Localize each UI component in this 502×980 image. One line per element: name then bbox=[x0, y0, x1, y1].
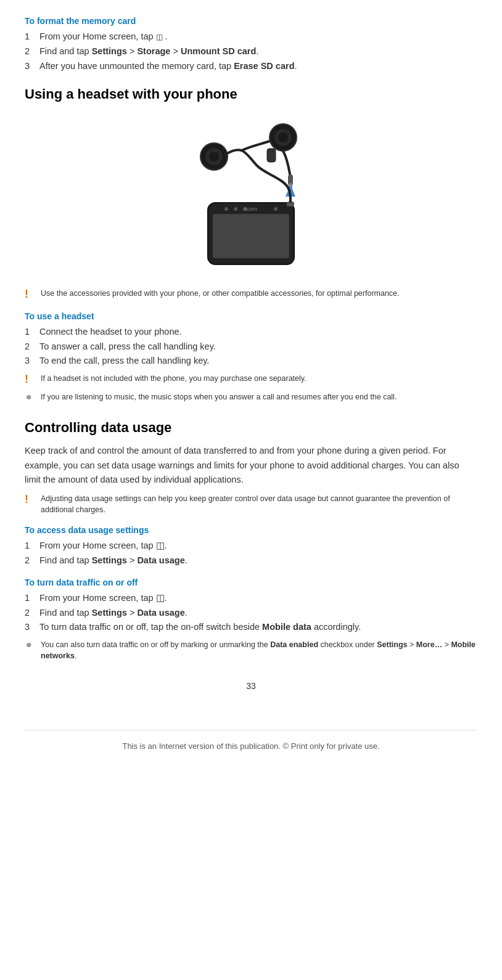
svg-text:SONY: SONY bbox=[244, 206, 258, 212]
svg-point-12 bbox=[209, 152, 219, 161]
page-number: 33 bbox=[25, 680, 477, 693]
data-traffic-subsection: To turn data traffic on or off 1 From yo… bbox=[25, 576, 477, 662]
data-usage-heading: Controlling data usage bbox=[25, 417, 477, 438]
svg-rect-16 bbox=[267, 149, 276, 162]
headset-step-3: 3 To end the call, press the call handli… bbox=[25, 354, 477, 368]
headset-image: SONY bbox=[25, 116, 477, 277]
data-traffic-tip-text: You can also turn data traffic on or off… bbox=[41, 639, 477, 661]
format-step-3: 3 After you have unmounted the memory ca… bbox=[25, 60, 477, 73]
headset-purchase-note-text: If a headset is not included with the ph… bbox=[41, 373, 477, 384]
traffic-step-1: 1 From your Home screen, tap ◫. bbox=[25, 592, 477, 605]
data-traffic-heading: To turn data traffic on or off bbox=[25, 576, 477, 589]
headset-tip-block: ⚫︎ If you are listening to music, the mu… bbox=[25, 391, 477, 404]
format-step-1: 1 From your Home screen, tap ​◫ . bbox=[25, 30, 477, 44]
access-step-1: 1 From your Home screen, tap ◫. bbox=[25, 539, 477, 553]
svg-rect-18 bbox=[289, 183, 292, 187]
use-headset-subsection: To use a headset 1 Connect the headset t… bbox=[25, 310, 477, 404]
headset-tip-text: If you are listening to music, the music… bbox=[41, 391, 477, 402]
tip-icon-2: ⚫︎ bbox=[25, 639, 36, 652]
headset-section: Using a headset with your phone SONY bbox=[25, 84, 477, 404]
page-footer: This is an Internet version of this publ… bbox=[25, 730, 477, 753]
data-usage-body: Keep track of and control the amount of … bbox=[25, 444, 477, 487]
format-steps-list: 1 From your Home screen, tap ​◫ . 2 Find… bbox=[25, 30, 477, 73]
svg-rect-1 bbox=[213, 214, 289, 258]
copyright-text: This is an Internet version of this publ… bbox=[122, 741, 379, 751]
format-step-2: 2 Find and tap Settings > Storage > Unmo… bbox=[25, 45, 477, 59]
warning-icon: ! bbox=[25, 288, 36, 301]
headset-steps-list: 1 Connect the headset to your phone. 2 T… bbox=[25, 325, 477, 368]
use-headset-heading: To use a headset bbox=[25, 310, 477, 323]
traffic-step-2: 2 Find and tap Settings > Data usage. bbox=[25, 606, 477, 620]
traffic-step-3: 3 To turn data traffic on or off, tap th… bbox=[25, 621, 477, 634]
headset-step-2: 2 To answer a call, press the call handl… bbox=[25, 340, 477, 354]
data-traffic-steps: 1 From your Home screen, tap ◫. 2 Find a… bbox=[25, 592, 477, 634]
access-data-usage-heading: To access data usage settings bbox=[25, 524, 477, 537]
headset-purchase-note: ! If a headset is not included with the … bbox=[25, 373, 477, 386]
warning-icon-2: ! bbox=[25, 373, 36, 386]
svg-point-6 bbox=[274, 207, 278, 211]
access-data-usage-steps: 1 From your Home screen, tap ◫. 2 Find a… bbox=[25, 539, 477, 568]
format-memory-card-section: To format the memory card 1 From your Ho… bbox=[25, 15, 477, 73]
headset-section-heading: Using a headset with your phone bbox=[25, 84, 477, 104]
access-data-usage-subsection: To access data usage settings 1 From you… bbox=[25, 524, 477, 568]
warning-icon-3: ! bbox=[25, 493, 36, 507]
svg-point-3 bbox=[234, 207, 237, 211]
data-usage-note-text: Adjusting data usage settings can help y… bbox=[41, 493, 477, 515]
headset-step-1: 1 Connect the headset to your phone. bbox=[25, 325, 477, 339]
headset-note-text: Use the accessories provided with your p… bbox=[41, 288, 477, 299]
data-traffic-tip: ⚫︎ You can also turn data traffic on or … bbox=[25, 639, 477, 661]
format-memory-card-heading: To format the memory card bbox=[25, 15, 477, 28]
svg-point-15 bbox=[278, 133, 288, 142]
tip-icon: ⚫︎ bbox=[25, 391, 36, 404]
data-usage-note: ! Adjusting data usage settings can help… bbox=[25, 493, 477, 515]
svg-point-2 bbox=[224, 207, 228, 211]
headset-note-block: ! Use the accessories provided with your… bbox=[25, 288, 477, 301]
access-step-2: 2 Find and tap Settings > Data usage. bbox=[25, 554, 477, 568]
data-usage-section: Controlling data usage Keep track of and… bbox=[25, 417, 477, 661]
headset-svg: SONY bbox=[146, 123, 356, 271]
